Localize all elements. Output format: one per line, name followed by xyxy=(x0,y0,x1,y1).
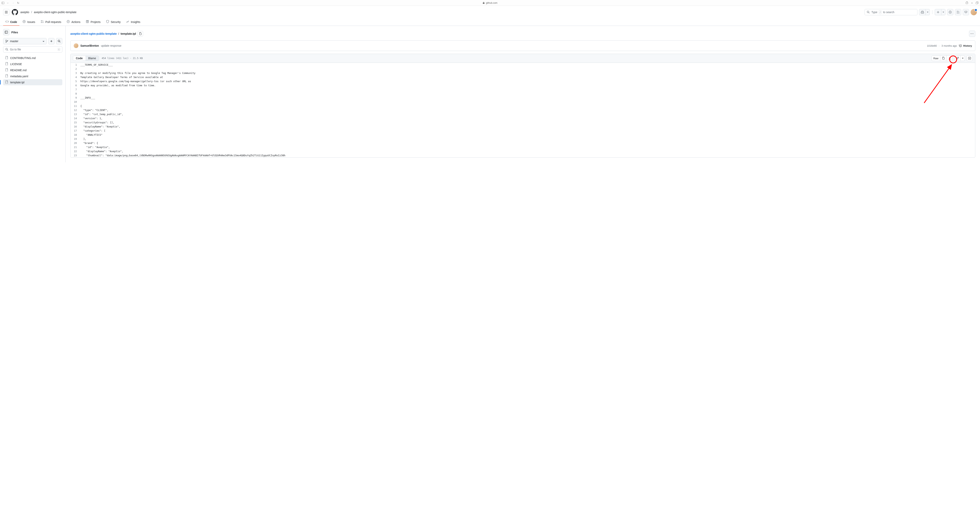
line-content[interactable]: "version": 1, xyxy=(80,116,975,120)
line-content[interactable]: Google may provide), as modified from ti… xyxy=(80,83,975,88)
share-icon[interactable] xyxy=(966,2,968,4)
line-content[interactable] xyxy=(80,88,975,92)
line-content[interactable]: ___INFO___ xyxy=(80,96,975,100)
file-item[interactable]: metadata.yaml xyxy=(3,73,62,79)
pullrequests-button[interactable] xyxy=(955,9,961,15)
create-button[interactable] xyxy=(935,9,941,15)
line-number[interactable]: 22 xyxy=(70,149,80,153)
line-content[interactable]: "ANALYTICS" xyxy=(80,133,975,137)
line-content[interactable]: "id": "Axeptio", xyxy=(80,145,975,149)
avatar[interactable] xyxy=(970,9,977,15)
line-number[interactable]: 17 xyxy=(70,129,80,133)
inbox-button[interactable] xyxy=(963,9,969,15)
line-content[interactable]: Template Gallery Developer Terms of Serv… xyxy=(80,75,975,79)
line-content[interactable]: "displayName": "Axeptio", xyxy=(80,149,975,153)
breadcrumb-owner[interactable]: axeptio xyxy=(21,11,29,14)
edit-dropdown[interactable] xyxy=(961,56,965,61)
line-content[interactable]: "categories": [ xyxy=(80,129,975,133)
line-content[interactable]: { xyxy=(80,104,975,108)
line-content[interactable] xyxy=(80,92,975,96)
line-number[interactable]: 7 xyxy=(70,88,80,92)
line-number[interactable]: 3 xyxy=(70,71,80,75)
line-number[interactable]: 5 xyxy=(70,79,80,83)
commit-sha[interactable]: 1016e80 xyxy=(927,44,937,47)
copilot-dropdown[interactable] xyxy=(926,9,930,15)
line-number[interactable]: 9 xyxy=(70,96,80,100)
line-content[interactable]: ], xyxy=(80,137,975,141)
copy-path-button[interactable] xyxy=(138,31,143,37)
symbols-button[interactable] xyxy=(966,56,973,61)
sidebar-toggle-icon[interactable] xyxy=(2,2,4,4)
breadcrumb-repo[interactable]: axeptio-client-sgtm-public-template xyxy=(34,11,76,14)
line-content[interactable]: "type": "CLIENT", xyxy=(80,108,975,112)
raw-button[interactable]: Raw xyxy=(932,56,940,61)
create-dropdown[interactable] xyxy=(941,9,945,15)
tab-projects[interactable]: Projects xyxy=(83,18,103,26)
line-content[interactable]: "thumbnail": "data:image/png;base64,iVBO… xyxy=(80,153,975,158)
line-content[interactable]: "id": "cvt_temp_public_id", xyxy=(80,112,975,116)
commit-avatar[interactable] xyxy=(74,43,78,48)
file-item[interactable]: CONTRIBUTING.md xyxy=(3,55,62,61)
add-file-button[interactable] xyxy=(48,38,54,44)
line-number[interactable]: 15 xyxy=(70,120,80,124)
copilot-button[interactable] xyxy=(919,9,926,15)
tab-issues[interactable]: Issues xyxy=(20,18,37,26)
edit-button[interactable] xyxy=(955,56,961,61)
refresh-icon[interactable]: ↻ xyxy=(17,2,20,4)
forward-icon[interactable]: → xyxy=(12,2,14,4)
line-content[interactable] xyxy=(80,100,975,104)
line-number[interactable]: 12 xyxy=(70,108,80,112)
file-item[interactable]: template.tpl xyxy=(3,79,62,85)
add-tab-icon[interactable]: + xyxy=(970,2,973,4)
line-number[interactable]: 4 xyxy=(70,75,80,79)
sidebar-collapse-button[interactable] xyxy=(3,29,10,35)
line-content[interactable]: By creating or modifying this file you a… xyxy=(80,71,975,75)
line-content[interactable]: "displayName": "Axeptio", xyxy=(80,124,975,129)
line-number[interactable]: 10 xyxy=(70,100,80,104)
tab-code[interactable]: Code xyxy=(3,18,19,26)
line-number[interactable]: 8 xyxy=(70,92,80,96)
path-repo[interactable]: axeptio-client-sgtm-public-template xyxy=(70,32,117,35)
copy-raw-button[interactable] xyxy=(940,56,947,61)
line-content[interactable]: "securityGroups": [], xyxy=(80,120,975,124)
back-icon[interactable]: ← xyxy=(7,2,10,4)
issues-button[interactable] xyxy=(947,9,953,15)
blame-tab-button[interactable]: Blame xyxy=(86,56,99,61)
line-number[interactable]: 14 xyxy=(70,116,80,120)
url-text[interactable]: github.com xyxy=(486,2,498,4)
github-logo-icon[interactable] xyxy=(12,9,18,15)
file-item[interactable]: README.md xyxy=(3,67,62,73)
line-number[interactable]: 18 xyxy=(70,133,80,137)
search-input[interactable]: Type / to search xyxy=(865,9,918,15)
line-number[interactable]: 1 xyxy=(70,63,80,67)
line-content[interactable] xyxy=(80,67,975,71)
commit-author[interactable]: SamuelBreton xyxy=(80,44,99,47)
line-content[interactable]: ___TERMS_OF_SERVICE___ xyxy=(80,63,975,67)
line-number[interactable]: 23 xyxy=(70,153,80,158)
tab-security[interactable]: Security xyxy=(104,18,123,26)
branch-select[interactable]: master xyxy=(3,38,47,44)
line-number[interactable]: 20 xyxy=(70,141,80,145)
line-number[interactable]: 2 xyxy=(70,67,80,71)
file-item[interactable]: LICENSE xyxy=(3,61,62,67)
line-content[interactable]: "brand": { xyxy=(80,141,975,145)
tab-actions[interactable]: Actions xyxy=(64,18,83,26)
code-area[interactable]: 1___TERMS_OF_SERVICE___23By creating or … xyxy=(70,63,975,158)
line-number[interactable]: 6 xyxy=(70,83,80,88)
tab-pull-requests[interactable]: Pull requests xyxy=(38,18,64,26)
code-tab-button[interactable]: Code xyxy=(73,56,86,61)
line-content[interactable]: https://developers.google.com/tag-manage… xyxy=(80,79,975,83)
line-number[interactable]: 16 xyxy=(70,124,80,129)
history-link[interactable]: History xyxy=(959,44,972,47)
commit-message[interactable]: update response xyxy=(101,44,121,47)
tabs-icon[interactable] xyxy=(976,2,978,4)
line-number[interactable]: 19 xyxy=(70,137,80,141)
tab-insights[interactable]: Insights xyxy=(124,18,143,26)
line-number[interactable]: 13 xyxy=(70,112,80,116)
download-button[interactable] xyxy=(947,56,953,61)
search-files-button[interactable] xyxy=(56,38,62,44)
more-button[interactable]: ··· xyxy=(969,30,975,37)
gotofile-input[interactable]: Go to file t xyxy=(3,46,62,53)
line-number[interactable]: 21 xyxy=(70,145,80,149)
hamburger-button[interactable] xyxy=(3,9,10,15)
